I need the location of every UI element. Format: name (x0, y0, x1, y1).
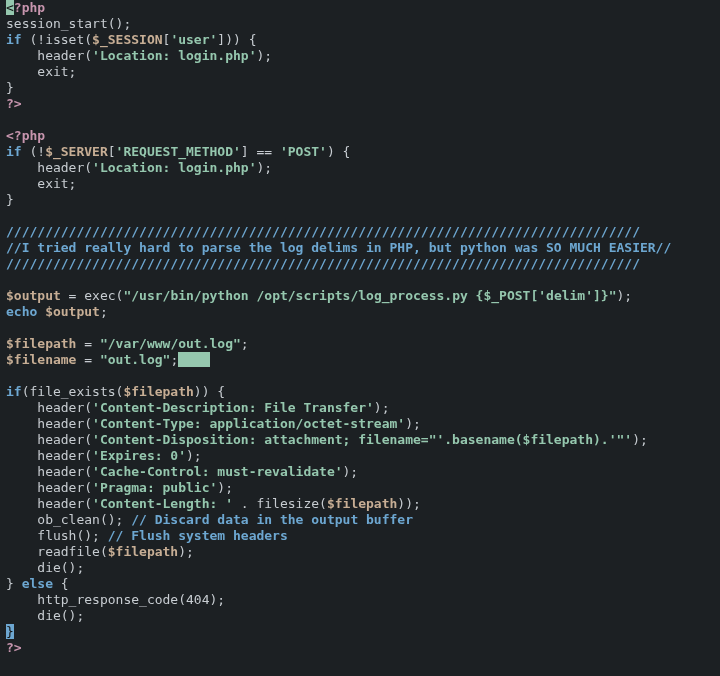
code-line: ?> (6, 640, 22, 655)
code-line: exit; (6, 176, 76, 191)
code-line: $filepath = "/var/www/out.log"; (6, 336, 249, 351)
code-line: readfile($filepath); (6, 544, 194, 559)
code-line: } (6, 624, 14, 639)
code-line: //I tried really hard to parse the log d… (6, 240, 671, 255)
code-line: <?php (6, 0, 45, 15)
code-line: flush(); // Flush system headers (6, 528, 288, 543)
code-line: } (6, 192, 14, 207)
code-line: header('Cache-Control: must-revalidate')… (6, 464, 358, 479)
code-line: $output = exec("/usr/bin/python /opt/scr… (6, 288, 632, 303)
code-line: } else { (6, 576, 69, 591)
code-line: exit; (6, 64, 76, 79)
code-line: die(); (6, 608, 84, 623)
code-line: header('Content-Length: ' . filesize($fi… (6, 496, 421, 511)
code-line: if(file_exists($filepath)) { (6, 384, 225, 399)
code-line: header('Content-Type: application/octet-… (6, 416, 421, 431)
code-line: if (!isset($_SESSION['user'])) { (6, 32, 257, 47)
code-line: header('Content-Description: File Transf… (6, 400, 390, 415)
code-line: header('Location: login.php'); (6, 48, 272, 63)
code-line: header('Expires: 0'); (6, 448, 202, 463)
code-line: die(); (6, 560, 84, 575)
code-line: header('Content-Disposition: attachment;… (6, 432, 648, 447)
code-editor[interactable]: <?php session_start(); if (!isset($_SESS… (0, 0, 720, 656)
code-line: header('Pragma: public'); (6, 480, 233, 495)
code-line: if (!$_SERVER['REQUEST_METHOD'] == 'POST… (6, 144, 350, 159)
code-line: ////////////////////////////////////////… (6, 256, 640, 271)
code-line: http_response_code(404); (6, 592, 225, 607)
code-line: ?> (6, 96, 22, 111)
code-line: echo $output; (6, 304, 108, 319)
code-line: ////////////////////////////////////////… (6, 224, 640, 239)
code-line: header('Location: login.php'); (6, 160, 272, 175)
code-line: ob_clean(); // Discard data in the outpu… (6, 512, 413, 527)
code-line: $filename = "out.log"; (6, 352, 210, 367)
code-line: } (6, 80, 14, 95)
code-line: <?php (6, 128, 45, 143)
code-line: session_start(); (6, 16, 131, 31)
cursor-selection (178, 352, 209, 367)
